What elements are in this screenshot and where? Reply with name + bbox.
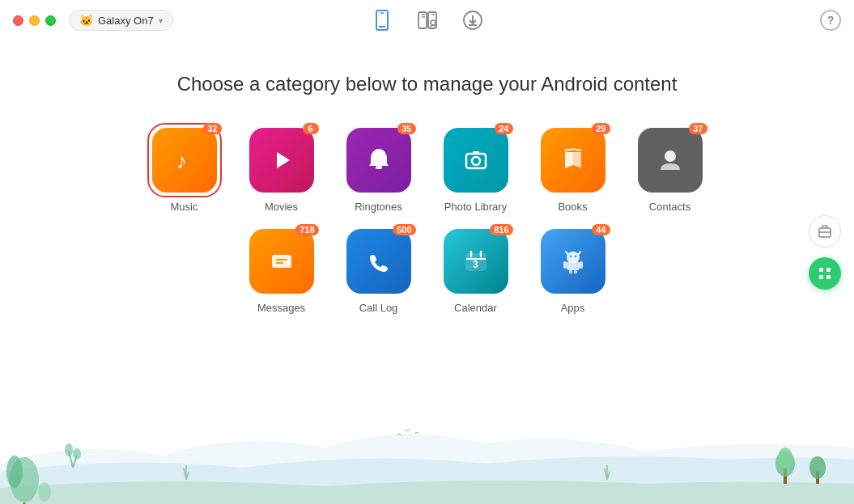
category-movies[interactable]: 6 Movies bbox=[241, 128, 322, 213]
titlebar: 🐱 Galaxy On7 ▾ bbox=[0, 0, 854, 40]
calllog-label: Call Log bbox=[359, 302, 398, 314]
svg-point-49 bbox=[65, 443, 73, 456]
books-icon-wrapper: 29 bbox=[541, 128, 605, 193]
main-content: Choose a category below to manage your A… bbox=[0, 40, 854, 314]
music-badge: 32 bbox=[203, 123, 221, 134]
calendar-badge: 816 bbox=[490, 224, 512, 235]
category-calllog[interactable]: 500 Call Log bbox=[338, 229, 419, 314]
music-icon: ♪ bbox=[152, 128, 217, 193]
svg-text:3: 3 bbox=[473, 259, 478, 270]
category-music[interactable]: ♪ 32 Music bbox=[144, 128, 225, 213]
svg-point-28 bbox=[567, 252, 580, 263]
photo-label: Photo Library bbox=[444, 201, 507, 213]
svg-point-29 bbox=[569, 256, 571, 258]
books-icon bbox=[541, 128, 605, 193]
svg-rect-36 bbox=[569, 270, 572, 273]
header-icons bbox=[368, 6, 487, 35]
device-icon: 🐱 bbox=[79, 14, 93, 27]
phone-tab-button[interactable] bbox=[368, 6, 397, 35]
svg-point-47 bbox=[38, 482, 51, 502]
movies-label: Movies bbox=[265, 201, 298, 213]
svg-rect-18 bbox=[473, 151, 479, 155]
photo-icon bbox=[444, 128, 508, 193]
contacts-icon-wrapper: 37 bbox=[638, 128, 703, 193]
svg-line-32 bbox=[579, 252, 580, 254]
messages-icon-wrapper: 718 bbox=[249, 229, 314, 294]
music-icon-wrapper: ♪ 32 bbox=[152, 128, 217, 193]
device-name: Galaxy On7 bbox=[98, 15, 154, 27]
books-label: Books bbox=[558, 201, 587, 213]
calllog-badge: 500 bbox=[393, 224, 415, 235]
movies-icon bbox=[249, 128, 314, 193]
contacts-icon bbox=[638, 128, 703, 193]
category-ringtones[interactable]: 35 Ringtones bbox=[338, 128, 419, 213]
svg-rect-34 bbox=[563, 261, 567, 269]
books-badge: 29 bbox=[592, 123, 610, 134]
category-photo[interactable]: 24 Photo Library bbox=[435, 128, 516, 213]
svg-marker-13 bbox=[277, 152, 290, 168]
landscape-background bbox=[0, 399, 854, 504]
apps-icon bbox=[541, 229, 605, 294]
photo-icon-wrapper: 24 bbox=[444, 128, 508, 193]
svg-point-30 bbox=[574, 256, 576, 258]
category-apps[interactable]: 44 Apps bbox=[533, 229, 614, 314]
category-books[interactable]: 29 Books bbox=[533, 128, 614, 213]
grid-button[interactable] bbox=[809, 257, 841, 290]
svg-point-45 bbox=[6, 455, 23, 488]
ringtones-label: Ringtones bbox=[355, 201, 402, 213]
ringtones-icon bbox=[346, 128, 411, 193]
svg-point-17 bbox=[472, 157, 480, 165]
calllog-icon bbox=[346, 229, 411, 294]
chevron-down-icon: ▾ bbox=[159, 16, 163, 25]
svg-point-56 bbox=[809, 456, 826, 479]
category-row-2: 718 Messages 500 Call Log bbox=[241, 229, 614, 314]
close-button[interactable] bbox=[13, 15, 23, 26]
minimize-button[interactable] bbox=[29, 15, 40, 26]
category-row-1: ♪ 32 Music 6 Movies bbox=[144, 128, 711, 213]
contacts-label: Contacts bbox=[649, 201, 690, 213]
category-contacts[interactable]: 37 Contacts bbox=[630, 128, 711, 213]
category-messages[interactable]: 718 Messages bbox=[241, 229, 322, 314]
svg-point-8 bbox=[431, 20, 435, 25]
calendar-icon: 3 bbox=[444, 229, 508, 294]
apps-badge: 44 bbox=[592, 224, 610, 235]
calendar-label: Calendar bbox=[454, 302, 497, 314]
apps-icon-wrapper: 44 bbox=[541, 229, 605, 294]
help-button[interactable]: ? bbox=[820, 10, 841, 31]
download-tab-button[interactable] bbox=[458, 6, 487, 35]
maximize-button[interactable] bbox=[45, 15, 56, 26]
svg-point-19 bbox=[665, 150, 676, 162]
music-label: Music bbox=[171, 201, 198, 213]
svg-point-15 bbox=[377, 149, 380, 152]
movies-badge: 6 bbox=[303, 123, 319, 134]
calllog-icon-wrapper: 500 bbox=[346, 229, 411, 294]
svg-rect-16 bbox=[466, 154, 486, 168]
category-grid: ♪ 32 Music 6 Movies bbox=[144, 128, 711, 314]
svg-rect-33 bbox=[567, 261, 580, 270]
svg-rect-35 bbox=[580, 261, 583, 269]
ringtones-icon-wrapper: 35 bbox=[346, 128, 411, 193]
help-label: ? bbox=[827, 14, 835, 27]
svg-text:♪: ♪ bbox=[176, 149, 187, 173]
contacts-badge: 37 bbox=[689, 123, 707, 134]
svg-rect-20 bbox=[272, 255, 291, 268]
messages-label: Messages bbox=[257, 302, 305, 314]
svg-point-51 bbox=[73, 448, 81, 460]
svg-point-54 bbox=[778, 447, 792, 468]
calendar-icon-wrapper: 3 816 bbox=[444, 229, 508, 294]
device-selector[interactable]: 🐱 Galaxy On7 ▾ bbox=[69, 10, 173, 31]
photo-badge: 24 bbox=[495, 123, 512, 134]
traffic-lights bbox=[13, 15, 56, 26]
right-buttons bbox=[809, 215, 841, 290]
svg-rect-41 bbox=[826, 268, 831, 272]
briefcase-button[interactable] bbox=[809, 215, 841, 248]
transfer-tab-button[interactable] bbox=[413, 6, 442, 35]
svg-rect-40 bbox=[819, 268, 823, 272]
category-calendar[interactable]: 3 816 Calendar bbox=[435, 229, 516, 314]
svg-rect-14 bbox=[376, 166, 382, 169]
messages-icon bbox=[249, 229, 314, 294]
movies-icon-wrapper: 6 bbox=[249, 128, 314, 193]
svg-line-31 bbox=[566, 252, 567, 254]
svg-rect-42 bbox=[819, 275, 823, 279]
page-title: Choose a category below to manage your A… bbox=[177, 73, 678, 95]
